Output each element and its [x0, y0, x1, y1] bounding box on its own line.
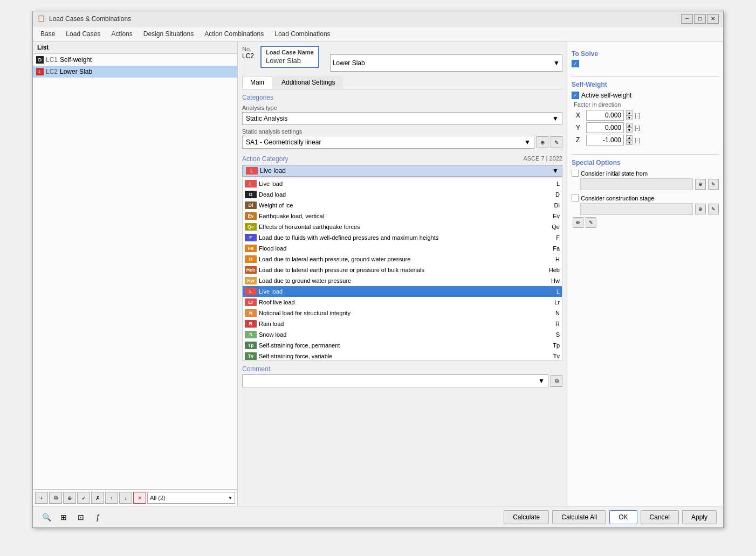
to-solve-checkbox[interactable]: ✓: [572, 60, 579, 67]
cat-row-H[interactable]: H Load due to lateral earth pressure, gr…: [243, 254, 562, 265]
cat-badge-S: S: [245, 331, 257, 338]
initial-state-label: Consider initial state from: [581, 170, 648, 177]
cat-badge-R: R: [245, 320, 257, 328]
move-down-button[interactable]: ↓: [119, 492, 132, 504]
menu-design-situations[interactable]: Design Situations: [138, 28, 199, 40]
delete-button[interactable]: ✕: [133, 492, 146, 504]
bottom-icon-formula[interactable]: ƒ: [91, 510, 105, 524]
list-item-lc2[interactable]: L LC2 Lower Slab: [33, 66, 237, 78]
factor-y-down[interactable]: ▼: [626, 128, 633, 133]
minimize-button[interactable]: ─: [681, 14, 693, 24]
static-settings-btn2[interactable]: ✎: [551, 136, 562, 148]
uncheck-button[interactable]: ✗: [91, 492, 104, 504]
lc-name-dropdown[interactable]: Lower Slab ▼: [330, 54, 562, 72]
factor-y-label: Y: [576, 124, 584, 131]
cancel-button[interactable]: Cancel: [641, 510, 679, 524]
factor-z-unit[interactable]: [-]: [635, 137, 640, 143]
active-self-weight-checkbox[interactable]: ✓: [572, 92, 579, 99]
cat-badge-Ev: Ev: [245, 212, 257, 220]
factor-z-down[interactable]: ▼: [626, 140, 633, 145]
initial-state-edit-btn[interactable]: ✎: [708, 179, 719, 190]
analysis-type-label: Analysis type: [242, 105, 562, 111]
initial-state-checkbox[interactable]: [572, 170, 579, 177]
comment-section: Comment ▼ ⧉: [242, 365, 562, 387]
factor-z-input[interactable]: [586, 135, 624, 145]
factor-x-input[interactable]: [586, 110, 624, 121]
menu-base[interactable]: Base: [35, 28, 60, 40]
cat-row-Lr[interactable]: Lr Roof live load Lr: [243, 297, 562, 308]
extra-btn1[interactable]: ⊕: [573, 217, 583, 228]
add-button[interactable]: +: [35, 492, 48, 504]
bottom-icon-model[interactable]: ⊡: [74, 510, 88, 524]
construction-stage-copy-btn[interactable]: ⊕: [695, 204, 706, 214]
cat-badge-Hw: Hw: [245, 277, 257, 284]
tab-additional[interactable]: Additional Settings: [273, 76, 343, 89]
close-button[interactable]: ✕: [707, 14, 719, 24]
menu-action-combinations[interactable]: Action Combinations: [199, 28, 269, 40]
cat-row-F[interactable]: F Load due to fluids with well-defined p…: [243, 232, 562, 243]
static-settings-dropdown[interactable]: SA1 - Geometrically linear ▼: [242, 136, 534, 149]
calculate-button[interactable]: Calculate: [504, 510, 549, 524]
list-item-lc1[interactable]: D LC1 Self-weight: [33, 54, 237, 66]
comment-dropdown[interactable]: ▼: [242, 374, 548, 387]
cat-row-L-top[interactable]: L Live load L: [243, 178, 562, 189]
cat-row-Heb[interactable]: Heb Load due to lateral earth pressure o…: [243, 265, 562, 275]
cat-badge-L-sel: L: [245, 288, 257, 295]
factor-x-down[interactable]: ▼: [626, 115, 633, 120]
cat-row-Tp[interactable]: Tp Self-straining force, permanent Tp: [243, 340, 562, 351]
factor-y-unit[interactable]: [-]: [635, 124, 640, 131]
factor-x-up[interactable]: ▲: [626, 110, 633, 115]
factor-x-unit[interactable]: [-]: [635, 112, 640, 119]
menu-actions[interactable]: Actions: [106, 28, 138, 40]
static-settings-btn1[interactable]: ⊕: [537, 136, 548, 148]
comment-copy-button[interactable]: ⧉: [551, 375, 562, 387]
cat-top-arrow-icon: ▼: [552, 167, 559, 175]
menu-load-cases[interactable]: Load Cases: [60, 28, 106, 40]
cat-row-Tv[interactable]: Tv Self-straining force, variable Tv: [243, 351, 562, 361]
factor-y-up[interactable]: ▲: [626, 123, 633, 128]
apply-button[interactable]: Apply: [682, 510, 717, 524]
factor-z-up[interactable]: ▲: [626, 135, 633, 140]
maximize-button[interactable]: □: [694, 14, 706, 24]
list-filter[interactable]: All (2) ▼: [147, 492, 235, 504]
tab-main[interactable]: Main: [242, 76, 272, 89]
cat-row-D[interactable]: D Dead load D: [243, 189, 562, 200]
ok-button[interactable]: OK: [609, 510, 637, 524]
menu-load-combinations[interactable]: Load Combinations: [269, 28, 335, 40]
self-weight-section: Self-Weight ✓ Active self-weight Factor …: [572, 81, 719, 145]
cat-row-R[interactable]: R Rain load R: [243, 318, 562, 329]
to-solve-title: To Solve: [572, 50, 719, 58]
tab-bar: Main Additional Settings: [242, 76, 562, 89]
initial-state-copy-btn[interactable]: ⊕: [695, 179, 706, 190]
cat-top-dropdown-row: L Live load ▼: [242, 165, 562, 177]
lc-name-value: Lower Slab: [266, 57, 314, 65]
cat-row-Fa[interactable]: Fa Flood load Fa: [243, 243, 562, 254]
cat-top-dropdown[interactable]: L Live load ▼: [242, 165, 562, 177]
cat-row-Qe[interactable]: Qe Effects of horizontal earthquake forc…: [243, 221, 562, 232]
construction-stage-checkbox[interactable]: [572, 194, 579, 201]
cat-row-Ev[interactable]: Ev Earthquake load, vertical Ev: [243, 211, 562, 221]
factor-direction-label: Factor in direction: [574, 101, 719, 108]
construction-stage-edit-btn[interactable]: ✎: [708, 204, 719, 214]
cat-name-Tp: Self-straining force, permanent: [259, 342, 544, 349]
check-button[interactable]: ✓: [77, 492, 90, 504]
cat-row-Hw[interactable]: Hw Load due to ground water pressure Hw: [243, 275, 562, 286]
factor-y-input[interactable]: [586, 122, 624, 133]
analysis-type-dropdown[interactable]: Static Analysis ▼: [242, 112, 562, 125]
extra-btn2[interactable]: ✎: [586, 217, 596, 228]
cat-row-L-selected[interactable]: L Live load L: [243, 286, 562, 297]
left-panel: List D LC1 Self-weight L LC2 Lower Slab …: [33, 41, 238, 506]
cat-row-S[interactable]: S Snow load S: [243, 329, 562, 340]
cat-row-Di[interactable]: Di Weight of ice Di: [243, 200, 562, 211]
cat-code-N: N: [544, 310, 560, 316]
move-up-button[interactable]: ↑: [105, 492, 118, 504]
cat-code-Hw: Hw: [544, 277, 560, 284]
copy-button[interactable]: ⧉: [49, 492, 62, 504]
categories-title: Categories: [242, 94, 562, 101]
bottom-icon-search[interactable]: 🔍: [39, 510, 53, 524]
cat-row-N[interactable]: N Notional load for structural integrity…: [243, 308, 562, 318]
side-panel: To Solve ✓ Self-Weight ✓ Active self-wei…: [567, 41, 723, 506]
insert-button[interactable]: ⊕: [63, 492, 76, 504]
bottom-icon-table[interactable]: ⊞: [57, 510, 71, 524]
calculate-all-button[interactable]: Calculate All: [552, 510, 606, 524]
